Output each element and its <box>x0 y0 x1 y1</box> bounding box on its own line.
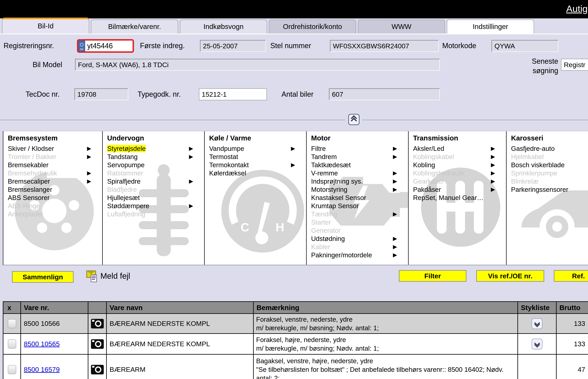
header-photo <box>88 302 107 314</box>
category-item[interactable]: Gearkabel▶ <box>413 177 506 185</box>
camera-icon[interactable] <box>91 339 104 349</box>
row-checkbox[interactable] <box>8 339 16 349</box>
bom-expand-button[interactable] <box>532 339 542 349</box>
category-item[interactable]: Pakdåser▶ <box>413 185 506 194</box>
row-checkbox[interactable] <box>8 365 16 374</box>
category-item[interactable]: Luftaffjedring <box>107 210 204 218</box>
type-approval-input[interactable]: 15212-1 <box>199 88 267 100</box>
category-item[interactable]: RepSet, Manuel Gear… <box>413 194 506 202</box>
parts-table: x Vare nr. Vare navn Bemærkning Styklist… <box>3 301 588 379</box>
category-item[interactable]: Aksler/Led▶ <box>413 144 506 153</box>
category-item-label: Bremsekabler <box>8 161 49 169</box>
tab-indkobsvogn[interactable]: Indkøbsvogn <box>180 20 267 33</box>
remark-line2: m/ bærekugle, m/ bøsning; Nødv. antal: 1… <box>256 324 379 332</box>
category-item[interactable]: Vandpumpe▶ <box>209 144 306 153</box>
tecdoc-field: 19708 <box>74 88 128 100</box>
camera-icon[interactable] <box>91 319 104 329</box>
category-item-label: Ankerplader <box>8 210 43 218</box>
ref-button[interactable]: Ref. <box>554 270 588 282</box>
remark-line2: m/ bærekugle, m/ bøsning; Nødv. antal: 1… <box>256 345 379 352</box>
category-item[interactable]: Tandrem▶ <box>311 153 408 161</box>
submenu-arrow-icon: ▶ <box>189 144 193 153</box>
category-item[interactable]: Knastaksel Sensor <box>311 194 408 202</box>
category-item[interactable]: Motorstyring▶ <box>311 185 408 194</box>
category-item[interactable]: Bremsehydraulik▶ <box>8 169 102 177</box>
tab-ordrehistorik-konto[interactable]: Ordrehistorik/konto <box>269 20 356 33</box>
category-item[interactable]: Sprinklerpumpe <box>511 169 588 177</box>
category-item[interactable]: Termokontakt▶ <box>209 161 306 169</box>
category-item-label: Knastaksel Sensor <box>311 194 366 201</box>
category-item[interactable]: Hjelmkabel <box>511 153 588 161</box>
part-number-link[interactable]: 8500 10565 <box>24 340 60 348</box>
category-item-label: Parkeringssensorer <box>511 186 568 193</box>
svg-text:C: C <box>241 221 249 234</box>
show-ref-oe-button[interactable]: Vis ref./OE nr. <box>476 270 544 282</box>
category-panel: Bremsesystem Skiver / Klodser▶ Tromler /… <box>3 131 588 265</box>
category-item[interactable]: Kabler▶ <box>311 243 408 251</box>
category-item[interactable]: Tromler / Bakker▶ <box>8 153 102 161</box>
category-item[interactable]: Udstødning▶ <box>311 235 408 243</box>
category-item[interactable]: Taktkædesæt <box>311 161 408 169</box>
filter-button[interactable]: Filter <box>399 270 466 282</box>
category-item-label: Støddæmpere <box>107 202 149 210</box>
category-item[interactable]: V-remme▶ <box>311 169 408 177</box>
camera-icon[interactable] <box>91 365 104 374</box>
tab-bilmaerke-varenr[interactable]: Bilmærke/varenr. <box>91 20 178 33</box>
compare-button[interactable]: Sammenlign <box>12 271 74 283</box>
category-item[interactable]: Starter <box>311 218 408 226</box>
category-item-label: Motorstyring <box>311 186 347 193</box>
category-item[interactable]: Koblingshydraulik▶ <box>413 169 506 177</box>
part-remark: Bagaksel, venstre, højre, nederste, ydre… <box>254 355 517 379</box>
report-error-button[interactable]: Meld fejl <box>86 269 138 283</box>
table-row: 8500 10565 BÆREARM NEDERSTE KOMPL Foraks… <box>3 334 588 355</box>
category-item[interactable]: Parkeringssensorer <box>511 185 588 194</box>
eu-plate-strip-icon: DK <box>78 41 85 51</box>
submenu-arrow-icon: ▶ <box>189 177 193 185</box>
part-number-link[interactable]: 8500 16579 <box>24 366 60 373</box>
category-item[interactable]: Bremseslanger <box>8 185 102 194</box>
collapse-panel-button[interactable] <box>348 114 359 125</box>
category-item[interactable]: Blinkrelæ <box>511 177 588 185</box>
category-item[interactable]: Hjullejesæt <box>107 194 204 202</box>
document-icon <box>91 274 97 282</box>
category-item[interactable]: Ratstammer <box>107 169 204 177</box>
row-checkbox[interactable] <box>8 319 16 328</box>
category-item[interactable]: Koblingskabel▶ <box>413 153 506 161</box>
autig-link[interactable]: Autig <box>566 3 588 14</box>
submenu-arrow-icon: ▶ <box>291 144 295 153</box>
submenu-arrow-icon: ▶ <box>393 144 397 153</box>
category-item[interactable]: Bladfjedre <box>107 185 204 194</box>
category-item[interactable]: Servopumpe <box>107 161 204 169</box>
category-item[interactable]: Kobling▶ <box>413 161 506 169</box>
category-item-label: Tænding <box>311 210 337 218</box>
category-item[interactable]: Gasfjedre-auto <box>511 144 588 153</box>
category-item[interactable]: Filtre▶ <box>311 144 408 153</box>
category-item[interactable]: Termostat <box>209 153 306 161</box>
category-item[interactable]: Bremsekabler <box>8 161 102 169</box>
category-item[interactable]: Bosch viskerblade <box>511 161 588 169</box>
tab-www[interactable]: WWW <box>358 20 445 33</box>
category-item-label: Kobling <box>413 161 435 169</box>
category-item[interactable]: Ankerplader <box>8 210 102 218</box>
last-search-select[interactable]: Registr <box>561 59 588 71</box>
category-item[interactable]: Skiver / Klodser▶ <box>8 144 102 153</box>
category-item[interactable]: ABS Sensorer <box>8 194 102 202</box>
tab-indstillinger[interactable]: Indstillinger <box>447 20 534 33</box>
bom-expand-button[interactable] <box>532 318 542 329</box>
category-item[interactable]: Spiralfjedre▶ <box>107 177 204 185</box>
category-item[interactable]: Styretøjsdele▶ <box>107 144 204 153</box>
category-item[interactable]: Tænding▶ <box>311 210 408 218</box>
tab-bil-id[interactable]: Bil-Id <box>2 17 89 33</box>
category-item[interactable]: Tandstang▶ <box>107 153 204 161</box>
category-item[interactable]: Kølerdæksel <box>209 169 306 177</box>
category-item[interactable]: Krumtap Sensor <box>311 202 408 210</box>
category-item[interactable]: Pakninger/motordele▶ <box>311 251 408 259</box>
category-item[interactable]: Bremsecaliper▶ <box>8 177 102 185</box>
registration-input[interactable]: DK yt45446 <box>77 39 134 53</box>
category-item[interactable]: Generator <box>311 226 408 235</box>
category-item[interactable]: Støddæmpere▶ <box>107 202 204 210</box>
category-title: Undervogn <box>107 134 204 142</box>
category-item[interactable]: Indsprøjtning sys.▶ <box>311 177 408 185</box>
category-item[interactable]: ABS Ringe <box>8 202 102 210</box>
category-item-label: Indsprøjtning sys. <box>311 178 363 185</box>
